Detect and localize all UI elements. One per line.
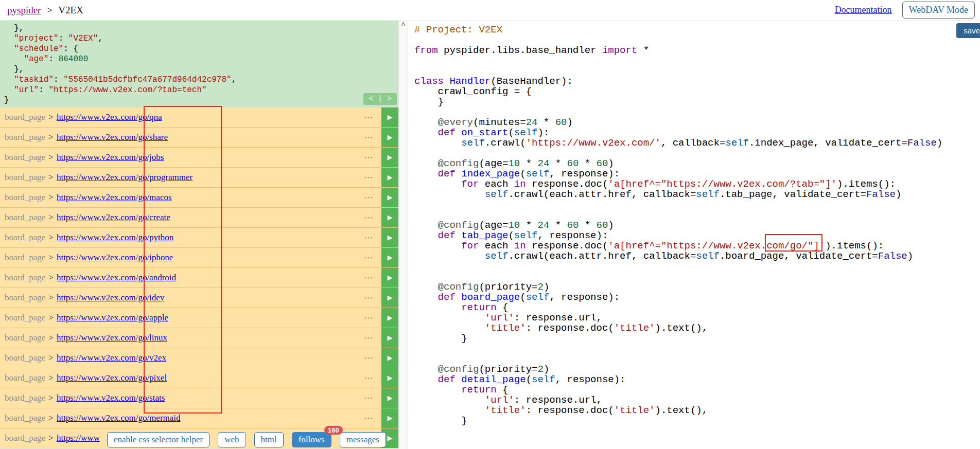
follow-row: board_page>https://www.v2ex.com/go/apple…: [0, 308, 398, 328]
webdav-mode-button[interactable]: WebDAV Mode: [902, 2, 975, 19]
code-line: 'title': response.doc('title').text(),: [414, 405, 980, 416]
follow-row: board_page>https://www.v2ex.com/go/progr…: [0, 168, 398, 188]
run-task-button[interactable]: ▶: [381, 228, 398, 247]
play-icon: ▶: [388, 334, 393, 342]
css-selector-helper-button[interactable]: enable css selector helper: [107, 432, 209, 447]
play-icon: ▶: [388, 193, 393, 202]
play-icon: ▶: [388, 254, 393, 262]
expand-task-button[interactable]: •••: [357, 214, 381, 221]
expand-task-button[interactable]: •••: [357, 315, 381, 321]
run-task-button[interactable]: ▶: [381, 368, 398, 388]
code-editor[interactable]: # Project: V2EX from pyspider.libs.base_…: [408, 21, 980, 426]
code-line: def on_start(self):: [414, 128, 980, 138]
callback-separator: >: [48, 232, 54, 243]
expand-task-button[interactable]: •••: [357, 275, 381, 281]
follow-url-link[interactable]: https://www.v2ex.com/go/macos: [57, 192, 172, 203]
tab-messages[interactable]: messages: [340, 432, 386, 447]
run-task-button[interactable]: ▶: [381, 388, 398, 408]
expand-task-button[interactable]: •••: [357, 235, 381, 241]
run-task-button[interactable]: ▶: [381, 308, 398, 328]
follow-url-link[interactable]: https://www.v2ex.com/go/linux: [57, 333, 167, 343]
prev-task-button[interactable]: <: [369, 95, 373, 103]
run-task-button[interactable]: ▶: [381, 208, 398, 227]
callback-separator: >: [48, 393, 54, 403]
expand-task-button[interactable]: •••: [357, 395, 381, 401]
run-task-button[interactable]: ▶: [381, 168, 398, 187]
play-icon: ▶: [388, 113, 393, 121]
follow-url-link[interactable]: https://www.v2ex.com/go/android: [57, 273, 176, 283]
run-task-button[interactable]: ▶: [381, 348, 398, 368]
expand-task-button[interactable]: •••: [357, 134, 381, 140]
code-line: [414, 148, 980, 158]
follow-url-link[interactable]: https://www.v2ex.com/go/iphone: [57, 253, 173, 263]
run-task-button[interactable]: ▶: [381, 188, 398, 207]
follow-url-link[interactable]: https://www.v2ex.com/go/python: [57, 232, 173, 243]
code-line: 'url': response.url,: [414, 313, 980, 323]
run-task-button[interactable]: ▶: [381, 408, 398, 428]
callback-label: board_page: [5, 353, 45, 363]
follow-url-link[interactable]: https://www.v2ex.com/go/qna: [57, 112, 162, 122]
follow-url-link[interactable]: https://www.v2ex.com/go/stats: [57, 393, 165, 403]
follow-url-link[interactable]: https://www.v2ex.com/go/idev: [57, 293, 165, 303]
play-icon: ▶: [388, 354, 393, 362]
code-line: [414, 35, 980, 45]
follow-url-link[interactable]: https://www.v2ex.com/go/mermaid: [57, 413, 181, 423]
code-line: }: [414, 416, 980, 426]
run-task-button[interactable]: ▶: [381, 288, 398, 308]
next-task-button[interactable]: >: [387, 95, 392, 103]
panel-scrollbar[interactable]: ^: [398, 21, 408, 449]
follow-url-link[interactable]: https://www.v2ex.com/go/jobs: [57, 152, 164, 163]
expand-task-button[interactable]: •••: [357, 154, 381, 160]
code-line: def board_page(self, response):: [414, 292, 980, 302]
code-line: "taskid": "5565041b5dcfbfc47a677d964d42c…: [4, 75, 398, 85]
play-icon: ▶: [388, 374, 393, 382]
documentation-link[interactable]: Documentation: [835, 5, 892, 15]
code-line: "url": "https://www.v2ex.com/?tab=tech": [4, 85, 398, 95]
follow-url-link[interactable]: https://www.v2ex.com/go/share: [57, 132, 168, 142]
code-line: def index_page(self, response):: [414, 169, 980, 179]
expand-task-button[interactable]: •••: [357, 295, 381, 301]
follow-row: board_page>https://www.v2ex.com/go/jobs•…: [0, 148, 398, 168]
follow-url-link[interactable]: https://www.v2ex.com/go/programmer: [57, 172, 192, 183]
callback-separator: >: [48, 373, 54, 383]
task-json: }, "project": "V2EX", "schedule": { "age…: [4, 23, 398, 105]
callback-label: board_page: [5, 413, 45, 423]
code-line: return {: [414, 385, 980, 395]
expand-task-button[interactable]: •••: [357, 255, 381, 261]
code-line: [414, 272, 980, 282]
task-editor[interactable]: }, "project": "V2EX", "schedule": { "age…: [0, 21, 398, 107]
follow-url-link[interactable]: https://www.v2ex.com/go/apple: [57, 313, 168, 323]
code-line: [414, 107, 980, 117]
code-line: "schedule": {: [4, 44, 398, 54]
tab-web[interactable]: web: [218, 432, 246, 447]
breadcrumb-app-link[interactable]: pyspider: [7, 5, 41, 15]
expand-task-button[interactable]: •••: [357, 415, 381, 421]
expand-task-button[interactable]: •••: [357, 375, 381, 381]
expand-task-button[interactable]: •••: [357, 355, 381, 361]
page-title: V2EX: [58, 5, 83, 15]
follow-row: board_page>https://www.v2ex.com/go/idev•…: [0, 288, 398, 308]
follow-row: board_page>https://www.v2ex.com/go/v2ex•…: [0, 348, 398, 368]
callback-label: board_page: [5, 313, 45, 323]
tab-html[interactable]: html: [254, 432, 284, 447]
scroll-up-arrow-icon[interactable]: ^: [399, 21, 408, 30]
run-task-button[interactable]: ▶: [381, 328, 398, 348]
run-task-button[interactable]: ▶: [381, 107, 398, 127]
tab-follows[interactable]: follows: [292, 432, 331, 447]
run-task-button[interactable]: ▶: [381, 128, 398, 147]
expand-task-button[interactable]: •••: [357, 194, 381, 201]
run-task-button[interactable]: ▶: [381, 248, 398, 267]
expand-task-button[interactable]: •••: [357, 335, 381, 341]
follow-url-link[interactable]: https://www.v2ex.com/go/v2ex: [57, 353, 166, 363]
expand-task-button[interactable]: •••: [357, 174, 381, 181]
callback-separator: >: [48, 273, 54, 283]
follow-row: board_page>https://www.v2ex.com/go/share…: [0, 128, 398, 148]
expand-task-button[interactable]: •••: [357, 114, 381, 120]
save-button[interactable]: save: [956, 23, 980, 38]
code-line: },: [4, 23, 398, 33]
follow-url-link[interactable]: https://www.v2ex.com/go/pixel: [57, 373, 167, 383]
run-task-button[interactable]: ▶: [381, 268, 398, 288]
callback-label: board_page: [5, 393, 45, 403]
run-task-button[interactable]: ▶: [381, 148, 398, 167]
follow-url-link[interactable]: https://www.v2ex.com/go/create: [57, 212, 170, 223]
